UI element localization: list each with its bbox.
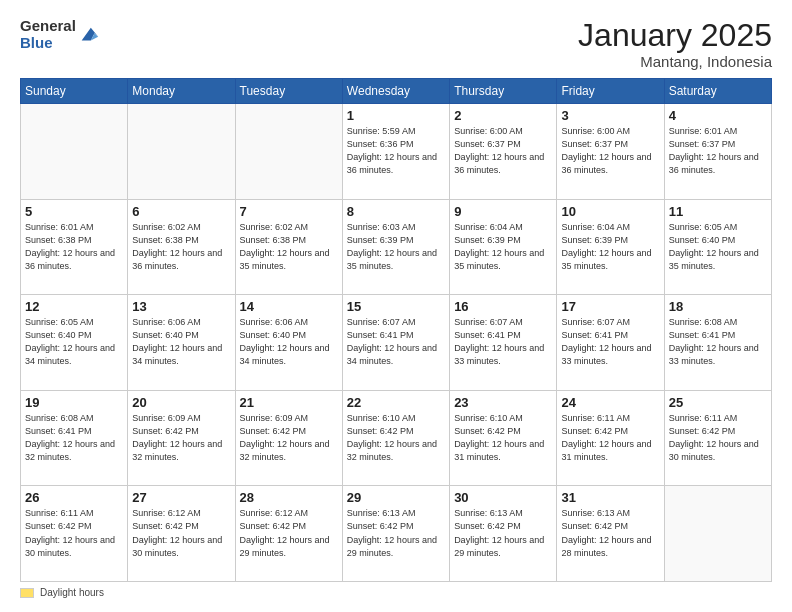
weekday-header-tuesday: Tuesday <box>235 79 342 104</box>
day-info: Sunrise: 6:07 AM Sunset: 6:41 PM Dayligh… <box>561 316 659 368</box>
legend-label: Daylight hours <box>40 587 104 598</box>
calendar-cell: 31Sunrise: 6:13 AM Sunset: 6:42 PM Dayli… <box>557 486 664 582</box>
day-number: 29 <box>347 490 445 505</box>
calendar-cell: 9Sunrise: 6:04 AM Sunset: 6:39 PM Daylig… <box>450 199 557 295</box>
day-number: 4 <box>669 108 767 123</box>
day-info: Sunrise: 6:00 AM Sunset: 6:37 PM Dayligh… <box>454 125 552 177</box>
day-number: 6 <box>132 204 230 219</box>
day-number: 14 <box>240 299 338 314</box>
day-info: Sunrise: 6:09 AM Sunset: 6:42 PM Dayligh… <box>132 412 230 464</box>
calendar-cell <box>21 104 128 200</box>
day-number: 26 <box>25 490 123 505</box>
day-info: Sunrise: 6:04 AM Sunset: 6:39 PM Dayligh… <box>561 221 659 273</box>
calendar-cell: 14Sunrise: 6:06 AM Sunset: 6:40 PM Dayli… <box>235 295 342 391</box>
calendar-cell <box>235 104 342 200</box>
calendar-week-4: 26Sunrise: 6:11 AM Sunset: 6:42 PM Dayli… <box>21 486 772 582</box>
calendar-cell: 16Sunrise: 6:07 AM Sunset: 6:41 PM Dayli… <box>450 295 557 391</box>
day-info: Sunrise: 6:13 AM Sunset: 6:42 PM Dayligh… <box>561 507 659 559</box>
day-info: Sunrise: 6:12 AM Sunset: 6:42 PM Dayligh… <box>132 507 230 559</box>
day-info: Sunrise: 6:00 AM Sunset: 6:37 PM Dayligh… <box>561 125 659 177</box>
day-number: 8 <box>347 204 445 219</box>
day-number: 20 <box>132 395 230 410</box>
day-info: Sunrise: 6:07 AM Sunset: 6:41 PM Dayligh… <box>454 316 552 368</box>
calendar-cell: 21Sunrise: 6:09 AM Sunset: 6:42 PM Dayli… <box>235 390 342 486</box>
day-number: 18 <box>669 299 767 314</box>
day-info: Sunrise: 6:07 AM Sunset: 6:41 PM Dayligh… <box>347 316 445 368</box>
calendar-cell: 13Sunrise: 6:06 AM Sunset: 6:40 PM Dayli… <box>128 295 235 391</box>
weekday-header-sunday: Sunday <box>21 79 128 104</box>
calendar-week-1: 5Sunrise: 6:01 AM Sunset: 6:38 PM Daylig… <box>21 199 772 295</box>
calendar-cell: 22Sunrise: 6:10 AM Sunset: 6:42 PM Dayli… <box>342 390 449 486</box>
day-info: Sunrise: 6:01 AM Sunset: 6:38 PM Dayligh… <box>25 221 123 273</box>
calendar-cell: 10Sunrise: 6:04 AM Sunset: 6:39 PM Dayli… <box>557 199 664 295</box>
day-info: Sunrise: 6:03 AM Sunset: 6:39 PM Dayligh… <box>347 221 445 273</box>
day-info: Sunrise: 6:01 AM Sunset: 6:37 PM Dayligh… <box>669 125 767 177</box>
calendar-cell: 18Sunrise: 6:08 AM Sunset: 6:41 PM Dayli… <box>664 295 771 391</box>
calendar-cell: 8Sunrise: 6:03 AM Sunset: 6:39 PM Daylig… <box>342 199 449 295</box>
weekday-header-monday: Monday <box>128 79 235 104</box>
day-info: Sunrise: 6:13 AM Sunset: 6:42 PM Dayligh… <box>347 507 445 559</box>
day-info: Sunrise: 6:02 AM Sunset: 6:38 PM Dayligh… <box>132 221 230 273</box>
calendar-week-0: 1Sunrise: 5:59 AM Sunset: 6:36 PM Daylig… <box>21 104 772 200</box>
day-number: 22 <box>347 395 445 410</box>
day-info: Sunrise: 6:11 AM Sunset: 6:42 PM Dayligh… <box>25 507 123 559</box>
header: General Blue January 2025 Mantang, Indon… <box>20 18 772 70</box>
weekday-header-thursday: Thursday <box>450 79 557 104</box>
day-info: Sunrise: 6:06 AM Sunset: 6:40 PM Dayligh… <box>240 316 338 368</box>
calendar-header-row: SundayMondayTuesdayWednesdayThursdayFrid… <box>21 79 772 104</box>
weekday-header-wednesday: Wednesday <box>342 79 449 104</box>
calendar-cell: 4Sunrise: 6:01 AM Sunset: 6:37 PM Daylig… <box>664 104 771 200</box>
day-info: Sunrise: 6:02 AM Sunset: 6:38 PM Dayligh… <box>240 221 338 273</box>
location-subtitle: Mantang, Indonesia <box>578 53 772 70</box>
month-title: January 2025 <box>578 18 772 53</box>
day-info: Sunrise: 6:10 AM Sunset: 6:42 PM Dayligh… <box>347 412 445 464</box>
day-number: 30 <box>454 490 552 505</box>
day-info: Sunrise: 6:09 AM Sunset: 6:42 PM Dayligh… <box>240 412 338 464</box>
day-info: Sunrise: 6:12 AM Sunset: 6:42 PM Dayligh… <box>240 507 338 559</box>
title-area: January 2025 Mantang, Indonesia <box>578 18 772 70</box>
day-number: 11 <box>669 204 767 219</box>
calendar-cell: 7Sunrise: 6:02 AM Sunset: 6:38 PM Daylig… <box>235 199 342 295</box>
calendar-cell: 11Sunrise: 6:05 AM Sunset: 6:40 PM Dayli… <box>664 199 771 295</box>
day-info: Sunrise: 6:08 AM Sunset: 6:41 PM Dayligh… <box>25 412 123 464</box>
calendar-cell: 20Sunrise: 6:09 AM Sunset: 6:42 PM Dayli… <box>128 390 235 486</box>
calendar-cell <box>664 486 771 582</box>
calendar-cell: 3Sunrise: 6:00 AM Sunset: 6:37 PM Daylig… <box>557 104 664 200</box>
day-info: Sunrise: 5:59 AM Sunset: 6:36 PM Dayligh… <box>347 125 445 177</box>
day-info: Sunrise: 6:10 AM Sunset: 6:42 PM Dayligh… <box>454 412 552 464</box>
day-number: 23 <box>454 395 552 410</box>
logo-general: General <box>20 18 76 35</box>
day-info: Sunrise: 6:05 AM Sunset: 6:40 PM Dayligh… <box>25 316 123 368</box>
day-number: 19 <box>25 395 123 410</box>
calendar-table: SundayMondayTuesdayWednesdayThursdayFrid… <box>20 78 772 582</box>
svg-marker-0 <box>82 27 99 40</box>
day-number: 24 <box>561 395 659 410</box>
calendar-cell: 26Sunrise: 6:11 AM Sunset: 6:42 PM Dayli… <box>21 486 128 582</box>
calendar-cell: 19Sunrise: 6:08 AM Sunset: 6:41 PM Dayli… <box>21 390 128 486</box>
calendar-cell <box>128 104 235 200</box>
day-number: 12 <box>25 299 123 314</box>
calendar-cell: 5Sunrise: 6:01 AM Sunset: 6:38 PM Daylig… <box>21 199 128 295</box>
calendar-cell: 17Sunrise: 6:07 AM Sunset: 6:41 PM Dayli… <box>557 295 664 391</box>
logo-blue: Blue <box>20 35 76 52</box>
day-info: Sunrise: 6:05 AM Sunset: 6:40 PM Dayligh… <box>669 221 767 273</box>
calendar-week-2: 12Sunrise: 6:05 AM Sunset: 6:40 PM Dayli… <box>21 295 772 391</box>
calendar-cell: 12Sunrise: 6:05 AM Sunset: 6:40 PM Dayli… <box>21 295 128 391</box>
logo-icon <box>78 24 100 46</box>
day-number: 28 <box>240 490 338 505</box>
calendar-cell: 15Sunrise: 6:07 AM Sunset: 6:41 PM Dayli… <box>342 295 449 391</box>
calendar-week-3: 19Sunrise: 6:08 AM Sunset: 6:41 PM Dayli… <box>21 390 772 486</box>
day-info: Sunrise: 6:13 AM Sunset: 6:42 PM Dayligh… <box>454 507 552 559</box>
weekday-header-saturday: Saturday <box>664 79 771 104</box>
day-number: 21 <box>240 395 338 410</box>
day-number: 2 <box>454 108 552 123</box>
footer-legend: Daylight hours <box>20 587 772 598</box>
logo-text: General Blue <box>20 18 76 51</box>
calendar-cell: 25Sunrise: 6:11 AM Sunset: 6:42 PM Dayli… <box>664 390 771 486</box>
day-info: Sunrise: 6:08 AM Sunset: 6:41 PM Dayligh… <box>669 316 767 368</box>
day-number: 9 <box>454 204 552 219</box>
calendar-cell: 24Sunrise: 6:11 AM Sunset: 6:42 PM Dayli… <box>557 390 664 486</box>
calendar-cell: 2Sunrise: 6:00 AM Sunset: 6:37 PM Daylig… <box>450 104 557 200</box>
day-number: 25 <box>669 395 767 410</box>
day-number: 13 <box>132 299 230 314</box>
